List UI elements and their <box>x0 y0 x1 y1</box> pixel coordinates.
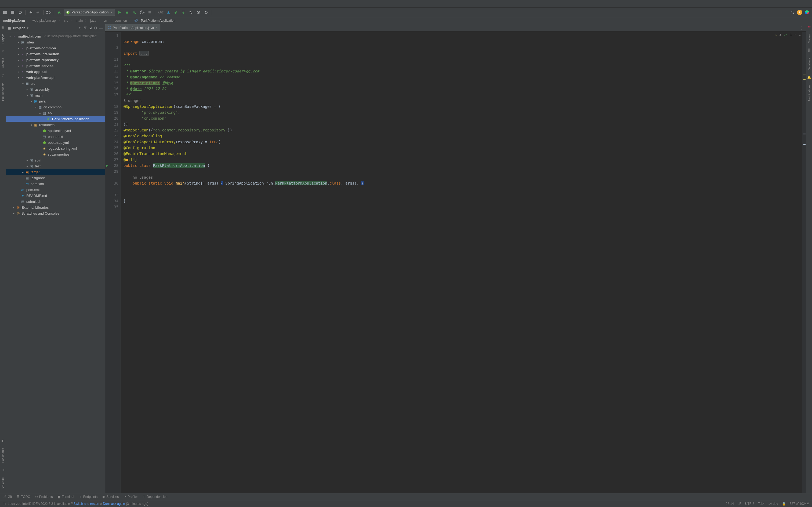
maven-stripe-label[interactable]: Maven <box>808 33 811 44</box>
breadcrumb-item[interactable]: multi-platform <box>2 19 26 22</box>
indent[interactable]: Tab* <box>758 502 764 506</box>
select-opened-icon[interactable]: ⊙ <box>79 26 82 30</box>
tree-folder-main[interactable]: ▾▣main <box>6 92 105 98</box>
pr-stripe-label[interactable]: Pull Requests <box>1 81 5 102</box>
gear-icon[interactable]: ⚙ <box>94 26 97 30</box>
breadcrumb-item[interactable]: src <box>63 19 69 22</box>
breadcrumb-item[interactable]: web-platform-api <box>32 19 57 22</box>
tree-file[interactable]: ▼README.md <box>6 192 105 199</box>
debug-icon[interactable] <box>124 9 130 15</box>
forward-icon[interactable] <box>35 9 41 15</box>
run-icon[interactable] <box>116 9 122 15</box>
tree-module[interactable]: ▸▫platform-interaction <box>6 51 105 57</box>
collapse-all-icon[interactable]: ⇲ <box>89 26 92 30</box>
tree-folder-resources[interactable]: ▾▣resources <box>6 122 105 128</box>
editor-tab-active[interactable]: Ⓒ ParkPlatformApplication.java × <box>105 24 160 32</box>
project-tree[interactable]: ▾▫ multi-platform ~/GitCode/parking-plat… <box>6 32 105 493</box>
code-with-me-icon[interactable]: ▾ <box>46 9 52 15</box>
breadcrumb-item[interactable]: main <box>74 19 84 22</box>
tree-file[interactable]: ◈spy.properties <box>6 151 105 157</box>
back-icon[interactable] <box>28 9 34 15</box>
tree-file[interactable]: ▤submit.sh <box>6 199 105 205</box>
tool-window-quick-access-icon[interactable]: ◫ <box>3 502 6 506</box>
tree-external-libs[interactable]: ▸⊪External Libraries <box>6 205 105 210</box>
tree-folder-java[interactable]: ▾▣java <box>6 98 105 104</box>
git-rollback-icon[interactable] <box>203 9 209 15</box>
breadcrumb-item[interactable]: cn <box>103 19 108 22</box>
tool-terminal[interactable]: ▣Terminal <box>57 495 74 499</box>
tree-file[interactable]: mpom.xml <box>6 187 105 192</box>
encoding[interactable]: UTF-8 <box>745 502 754 506</box>
code-content[interactable]: package cn.common; import ... /** * @aut… <box>121 32 802 493</box>
tree-class-selected[interactable]: ⓈParkPlatformApplication <box>6 116 105 122</box>
database-stripe-label[interactable]: Database <box>808 57 811 71</box>
tool-dependencies[interactable]: ⊞Dependencies <box>143 495 167 499</box>
commit-stripe-label[interactable]: Commit <box>1 57 5 69</box>
lock-icon[interactable]: 🔒 <box>782 502 786 506</box>
tree-file[interactable]: mpom.xml <box>6 181 105 187</box>
notifications-stripe-label[interactable]: Notifications <box>808 84 811 102</box>
git-pull-icon[interactable] <box>165 9 171 15</box>
tool-profiler[interactable]: ◔Profiler <box>123 495 138 499</box>
git-branch-widget[interactable]: ⎇ dev <box>768 502 778 506</box>
tool-todo[interactable]: ☰TODO <box>17 495 30 499</box>
tree-package[interactable]: ▾▥cn.common <box>6 104 105 110</box>
build-icon[interactable] <box>56 9 62 15</box>
tab-menu-icon[interactable]: ⋮ <box>800 26 803 30</box>
tree-package-api[interactable]: ▸▥api <box>6 110 105 116</box>
project-stripe-icon[interactable]: ▦ <box>1 25 4 29</box>
tree-module[interactable]: ▸▫platform-service <box>6 63 105 69</box>
tree-file[interactable]: ⬢application.yml <box>6 128 105 133</box>
git-clock-icon[interactable] <box>196 9 201 15</box>
breadcrumb-item[interactable]: java <box>89 19 97 22</box>
stop-icon[interactable] <box>147 9 153 15</box>
editor-gutter[interactable]: 1 3 11 12 13 14 15 16 17 18 19 20 21 22 … <box>105 32 121 493</box>
tree-file[interactable]: ◈logback-spring.xml <box>6 146 105 151</box>
tree-file[interactable]: ⬢bootstrap.yml <box>6 139 105 146</box>
search-icon[interactable] <box>790 9 795 15</box>
run-gutter-icon[interactable]: ▶ <box>106 163 108 168</box>
memory-indicator[interactable]: 627 of 1024M <box>790 502 809 506</box>
tree-scratches[interactable]: ▸◎Scratches and Consoles <box>6 210 105 216</box>
tool-problems[interactable]: ⊘Problems <box>35 495 53 499</box>
tree-module[interactable]: ▸▫web-app-api <box>6 69 105 74</box>
maven-stripe-icon[interactable]: m <box>808 25 811 29</box>
tree-file[interactable]: ▤banner.txt <box>6 133 105 139</box>
tool-services[interactable]: ◉Services <box>102 495 119 499</box>
status-link-switch[interactable]: Switch and restart <box>73 502 99 506</box>
notifications-stripe-icon[interactable]: 🔔 <box>807 76 811 79</box>
structure-stripe-label[interactable]: Structure <box>1 476 5 490</box>
commit-stripe-icon[interactable]: ○ <box>2 49 4 53</box>
run-configuration-selector[interactable]: ParkappWebApplication ▼ <box>64 9 115 16</box>
tree-folder-idea[interactable]: ▸▣.idea <box>6 39 105 45</box>
tree-module[interactable]: ▸▫platform-repository <box>6 57 105 63</box>
tree-module[interactable]: ▾▫web-platform-api <box>6 74 105 80</box>
editor-error-stripe[interactable] <box>802 32 806 493</box>
project-stripe-label[interactable]: Project <box>1 33 5 45</box>
breadcrumb-item[interactable]: common <box>114 19 128 22</box>
profile-icon[interactable]: ▾ <box>139 9 145 15</box>
pr-stripe-icon[interactable]: ⤴ <box>2 73 4 77</box>
line-ending[interactable]: LF <box>738 502 742 506</box>
tree-folder[interactable]: ▸▣assembly <box>6 87 105 92</box>
open-icon[interactable] <box>2 9 8 15</box>
tree-file[interactable]: ▤.gitignore <box>6 175 105 181</box>
structure-stripe-icon[interactable]: ⌬ <box>2 468 4 472</box>
tree-folder-target[interactable]: ▸▣target <box>6 169 105 175</box>
git-push-icon[interactable] <box>181 9 186 15</box>
database-stripe-icon[interactable]: 🗄 <box>808 49 811 52</box>
tool-git[interactable]: ⎇Git <box>3 495 12 499</box>
bookmarks-stripe-icon[interactable]: ◧ <box>1 439 4 443</box>
save-icon[interactable] <box>10 9 15 15</box>
tree-root[interactable]: ▾▫ multi-platform ~/GitCode/parking-plat… <box>6 33 105 39</box>
tree-folder[interactable]: ▸▣test <box>6 163 105 169</box>
ide-update-icon[interactable] <box>797 10 802 15</box>
tree-module[interactable]: ▸▫platform-common <box>6 45 105 51</box>
jetbrains-toolbox-icon[interactable] <box>804 9 810 15</box>
git-commit-icon[interactable] <box>173 9 179 15</box>
close-tab-icon[interactable]: × <box>155 26 157 30</box>
status-link-dont-ask[interactable]: Don't ask again <box>103 502 125 506</box>
tool-endpoints[interactable]: ⟛Endpoints <box>79 495 97 499</box>
caret-position[interactable]: 28:14 <box>726 502 734 506</box>
breadcrumb-item[interactable]: ParkPlatformApplication <box>140 19 176 22</box>
